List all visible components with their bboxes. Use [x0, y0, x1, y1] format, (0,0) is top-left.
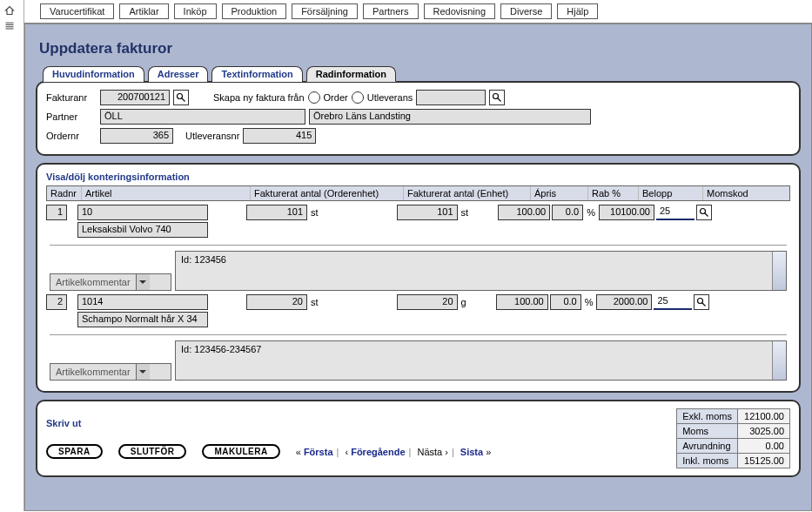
nav-tab-inkop[interactable]: Inköp	[174, 3, 217, 19]
rab-input[interactable]: 0.0	[550, 294, 581, 310]
momskod-input[interactable]: 25	[654, 294, 692, 310]
radnr-value: 1	[46, 205, 67, 220]
comment-type-combo[interactable]: Artikelkommentar	[50, 273, 171, 291]
combo-placeholder: Artikelkommentar	[50, 367, 136, 377]
momskod-search-button[interactable]	[694, 294, 709, 310]
ordernr-field[interactable]: 365	[100, 128, 173, 144]
nav-tab-forsaljning[interactable]: Försäljning	[292, 3, 358, 19]
ordernr-label: Ordernr	[46, 131, 97, 141]
scrollbar[interactable]	[772, 341, 786, 380]
line-row: 2 1014 20 st 20 g 100.00 0.0 % 2000.00 2…	[46, 294, 790, 310]
utleveransnr-field[interactable]: 415	[243, 128, 316, 144]
col-apris: Ápris	[531, 186, 588, 200]
utleveransnr-label: Utleveransnr	[185, 131, 239, 141]
home-icon[interactable]	[4, 5, 20, 19]
exkl-label: Exkl. moms	[677, 409, 738, 424]
unit: g	[460, 297, 468, 307]
svg-line-5	[705, 213, 708, 217]
belopp-input[interactable]: 10100.00	[599, 205, 654, 220]
totals-table: Exkl. moms12100.00 Moms3025.00 Avrundnin…	[676, 408, 790, 468]
pager-last[interactable]: Sista	[460, 447, 483, 457]
qty-input[interactable]: 101	[397, 205, 458, 220]
finish-button[interactable]: SLUTFÖR	[118, 444, 187, 459]
radnr-value: 2	[46, 294, 67, 310]
pager: « Första| ‹ Föregående| Nästa ›| Sista »	[296, 447, 492, 457]
fakturanr-search-button[interactable]	[173, 90, 189, 105]
svg-line-7	[702, 303, 706, 307]
nav-tab-produktion[interactable]: Produktion	[222, 3, 287, 19]
fakturanr-label: Fakturanr	[46, 92, 97, 103]
inkl-value: 15125.00	[738, 454, 790, 468]
unit-order: st	[309, 207, 320, 218]
utleverans-field[interactable]	[416, 90, 486, 105]
subtabs: Huvudinformation Adresser Textinformatio…	[43, 66, 801, 82]
belopp-input[interactable]: 2000.00	[596, 294, 652, 310]
pct-label: %	[583, 297, 595, 307]
chevron-down-icon[interactable]	[136, 364, 150, 380]
avr-value: 0.00	[738, 439, 790, 454]
col-momskod: Momskod	[703, 186, 789, 200]
combo-placeholder: Artikelkommentar	[50, 277, 136, 287]
svg-line-3	[498, 98, 501, 102]
artikel-input[interactable]: 10	[77, 205, 208, 220]
pager-prev[interactable]: Föregående	[351, 447, 405, 457]
exkl-value: 12100.00	[738, 409, 790, 424]
chevron-down-icon[interactable]	[136, 274, 150, 290]
tab-radinformation[interactable]: Radinformation	[306, 66, 396, 82]
comment-textarea[interactable]: Id: 123456-234567	[175, 340, 787, 381]
nav-tab-partners[interactable]: Partners	[363, 3, 419, 19]
svg-point-4	[700, 209, 705, 214]
rab-input[interactable]: 0.0	[552, 205, 583, 220]
qty-input[interactable]: 20	[397, 294, 458, 310]
col-radnr: Radnr	[47, 186, 82, 200]
col-belopp: Belopp	[639, 186, 703, 200]
svg-line-1	[182, 98, 185, 102]
pager-first[interactable]: Första	[304, 447, 333, 457]
tab-textinformation[interactable]: Textinformation	[211, 66, 302, 82]
unit: st	[460, 207, 471, 218]
save-button[interactable]: SPARA	[46, 444, 103, 459]
svg-point-2	[493, 94, 499, 99]
artikel-name: Leksaksbil Volvo 740	[77, 222, 208, 238]
scrollbar[interactable]	[772, 252, 786, 290]
order-radio[interactable]	[308, 91, 320, 104]
comment-type-combo[interactable]: Artikelkommentar	[50, 363, 171, 381]
top-nav: Varucertifikat Artiklar Inköp Produktion…	[24, 0, 812, 24]
nav-tab-hjalp[interactable]: Hjälp	[557, 3, 598, 19]
momskod-search-button[interactable]	[696, 205, 712, 220]
nav-tab-redovisning[interactable]: Redovisning	[424, 3, 496, 19]
momskod-input[interactable]: 25	[656, 205, 695, 220]
utleverans-radio[interactable]	[352, 91, 364, 104]
skapa-label: Skapa ny faktura från	[213, 92, 305, 103]
tab-huvudinformation[interactable]: Huvudinformation	[43, 66, 144, 82]
order-label: Order	[324, 92, 348, 103]
unit-order: st	[309, 297, 320, 307]
comment-block: Artikelkommentar Id: 123456	[50, 245, 787, 291]
utleverans-label: Utleverans	[367, 92, 413, 103]
footer-panel: Skriv ut SPARA SLUTFÖR MAKULERA « Första…	[36, 400, 801, 477]
list-icon[interactable]	[4, 21, 20, 35]
apris-input[interactable]: 100.00	[496, 294, 548, 310]
fakturanr-field[interactable]: 200700121	[100, 90, 170, 105]
artikel-input[interactable]: 1014	[77, 294, 208, 310]
apris-input[interactable]: 100.00	[498, 205, 550, 220]
pct-label: %	[585, 207, 597, 218]
toggle-accounting-link[interactable]: Visa/dölj konteringsinformation	[46, 172, 790, 182]
cancel-button[interactable]: MAKULERA	[202, 444, 279, 459]
utleverans-search-button[interactable]	[489, 90, 505, 105]
partner-name-field: Örebro Läns Landsting	[309, 109, 591, 125]
qty-order-input[interactable]: 20	[246, 294, 307, 310]
tab-adresser[interactable]: Adresser	[148, 66, 209, 82]
nav-tab-varucertifikat[interactable]: Varucertifikat	[40, 3, 114, 19]
print-link[interactable]: Skriv ut	[46, 418, 81, 428]
partner-code-field[interactable]: ÖLL	[100, 109, 305, 125]
left-toolbar	[0, 0, 24, 511]
col-rab: Rab %	[588, 186, 639, 200]
nav-tab-artiklar[interactable]: Artiklar	[119, 3, 168, 19]
qty-order-input[interactable]: 101	[246, 205, 307, 220]
nav-tab-diverse[interactable]: Diverse	[500, 3, 552, 19]
comment-textarea[interactable]: Id: 123456	[175, 251, 787, 291]
artikel-name: Schampo Normalt hår X 34	[77, 312, 208, 327]
pager-next[interactable]: Nästa	[417, 447, 442, 457]
col-artikel: Artikel	[82, 186, 251, 200]
